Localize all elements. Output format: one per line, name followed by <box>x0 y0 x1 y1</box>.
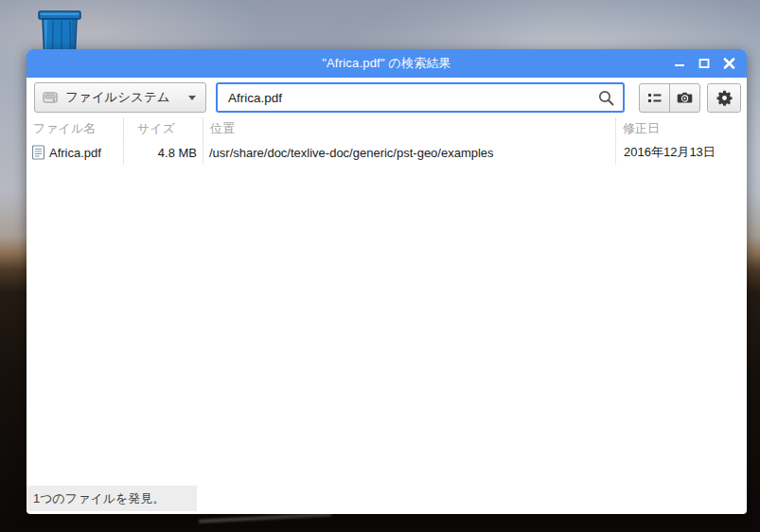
trash-icon[interactable] <box>35 7 84 54</box>
file-search-window: "Africa.pdf" の検索結果 <box>27 49 747 514</box>
desktop-background: "Africa.pdf" の検索結果 <box>0 0 760 532</box>
maximize-button[interactable] <box>696 55 713 72</box>
location-dropdown-label: ファイルシステム <box>65 89 181 106</box>
status-text: 1つのファイルを発見。 <box>33 490 165 507</box>
list-view-icon <box>647 92 662 104</box>
filesystem-drive-icon <box>43 91 58 104</box>
file-modified-cell: 2016年12月13日 <box>616 140 747 165</box>
column-header-size[interactable]: サイズ <box>124 117 203 140</box>
search-input[interactable] <box>218 84 623 111</box>
document-icon <box>31 145 45 160</box>
search-results-list: ファイル名 サイズ 位置 修正日 Africa.pdf 4.8 MB <box>27 117 747 165</box>
column-header-filename[interactable]: ファイル名 <box>27 117 124 140</box>
close-icon <box>723 58 735 69</box>
road-marking <box>199 512 331 523</box>
maximize-icon <box>698 58 710 69</box>
camera-icon <box>677 91 693 104</box>
file-size-cell: 4.8 MB <box>124 140 203 165</box>
trash-can-icon <box>35 7 84 50</box>
table-row[interactable]: Africa.pdf 4.8 MB /usr/share/doc/texlive… <box>27 140 747 165</box>
file-location-cell: /usr/share/doc/texlive-doc/generic/pst-g… <box>203 140 616 165</box>
window-titlebar[interactable]: "Africa.pdf" の検索結果 <box>27 49 747 78</box>
settings-button[interactable] <box>707 83 741 113</box>
column-header-location[interactable]: 位置 <box>203 117 616 140</box>
window-controls <box>671 49 737 78</box>
window-title: "Africa.pdf" の検索結果 <box>322 55 451 72</box>
chevron-down-icon <box>188 96 196 100</box>
location-dropdown[interactable]: ファイルシステム <box>34 82 206 113</box>
gear-icon <box>716 90 733 106</box>
minimize-button[interactable] <box>671 55 688 72</box>
search-box <box>216 82 625 113</box>
list-view-button[interactable] <box>639 83 670 113</box>
camera-button[interactable] <box>669 83 700 113</box>
search-icon[interactable] <box>597 89 615 107</box>
minimize-icon <box>674 58 685 69</box>
file-name-cell: Africa.pdf <box>27 140 124 165</box>
file-name: Africa.pdf <box>49 146 101 160</box>
view-button-group <box>639 83 700 113</box>
toolbar: ファイルシステム <box>27 78 747 117</box>
close-button[interactable] <box>720 55 737 72</box>
list-header: ファイル名 サイズ 位置 修正日 <box>27 117 747 140</box>
column-header-modified[interactable]: 修正日 <box>616 117 747 140</box>
status-bar: 1つのファイルを発見。 <box>27 486 197 511</box>
